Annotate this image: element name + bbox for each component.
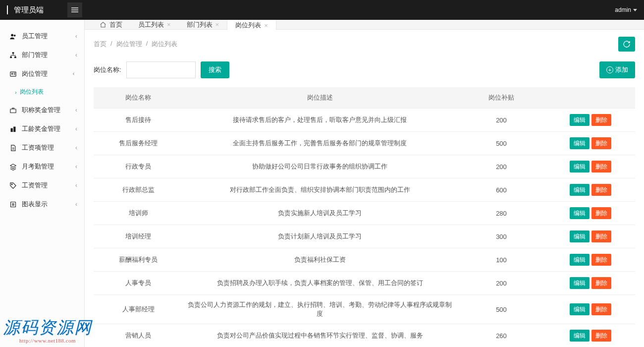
cell-sub: 500	[457, 132, 546, 155]
sidebar-item-6[interactable]: 月考勤管理‹	[0, 157, 84, 176]
table-row: 售后服务经理全面主持售后服务工作，完善售后服务各部门的规章管理制度500编辑删除	[94, 132, 635, 155]
edit-button[interactable]: 编辑	[570, 330, 590, 342]
cell-sub: 200	[457, 155, 546, 178]
sidebar-item-1[interactable]: 部门管理‹	[0, 46, 84, 64]
breadcrumb: 首页/岗位管理/岗位列表	[94, 40, 177, 49]
cell-name: 薪酬福利专员	[94, 248, 183, 272]
refresh-button[interactable]	[618, 37, 635, 52]
svg-point-10	[11, 184, 12, 185]
cell-actions: 编辑删除	[546, 132, 635, 155]
table-row: 培训经理负责计划新人培训及员工学习300编辑删除	[94, 225, 635, 248]
sidebar-item-7[interactable]: 工资管理‹	[0, 176, 84, 195]
cell-actions: 编辑删除	[546, 225, 635, 248]
svg-point-1	[13, 34, 15, 36]
svg-rect-7	[10, 109, 15, 113]
close-icon[interactable]: ×	[215, 21, 219, 28]
cell-actions: 编辑删除	[546, 295, 635, 324]
search-label: 岗位名称:	[94, 65, 121, 74]
table-row: 售后接待接待请求售后的客户，处理售后，听取客户意见并向上级汇报200编辑删除	[94, 109, 635, 132]
cell-desc: 负责招聘及办理入职手续，负责人事档案的管理、保管、用工合同的签订	[183, 272, 457, 295]
delete-button[interactable]: 删除	[591, 330, 611, 342]
edit-button[interactable]: 编辑	[570, 161, 590, 173]
sidebar-item-4[interactable]: 工龄奖金管理‹	[0, 119, 84, 138]
delete-button[interactable]: 删除	[591, 303, 611, 315]
delete-button[interactable]: 删除	[591, 207, 611, 219]
table-row: 行政专员协助做好公司公司日常行政事务的组织协调工作200编辑删除	[94, 155, 635, 178]
brand-bar	[7, 5, 8, 14]
close-icon[interactable]: ×	[264, 22, 268, 29]
breadcrumb-part[interactable]: 岗位管理	[116, 40, 142, 49]
cell-desc: 全面主持售后服务工作，完善售后服务各部门的规章管理制度	[183, 132, 457, 155]
sidebar-item-label: 工龄奖金管理	[22, 124, 60, 133]
table-row: 人事部经理负责公司人力资源工作的规划，建立、执行招聘、培训、考勤、劳动纪律等人事…	[94, 295, 635, 324]
edit-button[interactable]: 编辑	[570, 207, 590, 219]
tab-2[interactable]: 部门列表×	[179, 20, 227, 29]
edit-button[interactable]: 编辑	[570, 231, 590, 242]
delete-button[interactable]: 删除	[591, 231, 611, 242]
cell-actions: 编辑删除	[546, 248, 635, 272]
toggle-sidebar-button[interactable]	[67, 2, 82, 17]
delete-button[interactable]: 删除	[591, 161, 611, 173]
caret-down-icon	[633, 9, 637, 11]
sidebar-item-label: 部门管理	[22, 51, 48, 59]
tab-label: 岗位列表	[235, 21, 261, 30]
cell-name: 售后服务经理	[94, 132, 183, 155]
svg-point-6	[11, 73, 13, 74]
edit-button[interactable]: 编辑	[570, 303, 590, 315]
arrow-icon: ›	[15, 89, 17, 95]
table-header: 岗位补贴	[457, 87, 546, 109]
cell-sub: 600	[457, 178, 546, 202]
tab-0[interactable]: 首页	[92, 20, 130, 29]
sidebar-subitem[interactable]: ›岗位列表	[0, 83, 84, 101]
delete-button[interactable]: 删除	[591, 137, 611, 149]
search-input[interactable]	[126, 61, 196, 78]
sidebar-item-label: 职称奖金管理	[22, 106, 60, 115]
main-area: 首页员工列表×部门列表×岗位列表× 首页/岗位管理/岗位列表 岗位名称: 搜索 …	[85, 20, 644, 347]
edit-button[interactable]: 编辑	[570, 114, 590, 126]
hamburger-icon	[71, 6, 78, 13]
table-row: 培训师负责实施新人培训及员工学习280编辑删除	[94, 202, 635, 225]
layers-icon	[9, 163, 17, 171]
cell-sub: 200	[457, 272, 546, 295]
sitemap-icon	[9, 52, 17, 59]
sidebar-item-label: 岗位管理	[22, 69, 48, 78]
sidebar-item-5[interactable]: 工资项管理‹	[0, 138, 84, 157]
edit-button[interactable]: 编辑	[570, 277, 590, 289]
cell-actions: 编辑删除	[546, 202, 635, 225]
sidebar-item-label: 工资管理	[22, 181, 48, 190]
sidebar: 员工管理‹部门管理‹岗位管理⌄›岗位列表职称奖金管理‹工龄奖金管理‹工资项管理‹…	[0, 20, 85, 347]
user-menu[interactable]: admin	[615, 6, 637, 13]
sidebar-item-2[interactable]: 岗位管理⌄	[0, 64, 84, 83]
add-button[interactable]: + 添加	[599, 61, 635, 78]
delete-button[interactable]: 删除	[591, 114, 611, 126]
sidebar-item-0[interactable]: 员工管理‹	[0, 27, 84, 46]
tab-3[interactable]: 岗位列表×	[227, 20, 276, 30]
chevron-icon: ‹	[75, 33, 77, 40]
delete-button[interactable]: 删除	[591, 184, 611, 196]
search-button[interactable]: 搜索	[201, 61, 229, 78]
tabs-bar: 首页员工列表×部门列表×岗位列表×	[85, 20, 644, 30]
delete-button[interactable]: 删除	[591, 277, 611, 289]
file-icon	[9, 144, 17, 152]
tab-1[interactable]: 员工列表×	[130, 20, 179, 29]
cell-name: 售后接待	[94, 109, 183, 132]
watermark-url: http://www.net188.com	[3, 338, 92, 344]
edit-button[interactable]: 编辑	[570, 137, 590, 149]
edit-button[interactable]: 编辑	[570, 184, 590, 196]
edit-button[interactable]: 编辑	[570, 254, 590, 266]
sidebar-item-3[interactable]: 职称奖金管理‹	[0, 101, 84, 119]
chevron-icon: ‹	[75, 107, 77, 114]
topbar: 管理员端 admin	[0, 0, 644, 20]
sidebar-item-8[interactable]: 图表显示‹	[0, 195, 84, 214]
breadcrumb-part: 岗位列表	[152, 40, 177, 49]
chevron-icon: ‹	[75, 125, 77, 132]
cell-desc: 负责实施新人培训及员工学习	[183, 202, 457, 225]
breadcrumb-part[interactable]: 首页	[94, 40, 107, 49]
building-icon	[9, 125, 17, 133]
svg-point-0	[11, 34, 13, 36]
close-icon[interactable]: ×	[167, 21, 171, 28]
cell-name: 人事部经理	[94, 295, 183, 324]
delete-button[interactable]: 删除	[591, 254, 611, 266]
home-icon	[100, 21, 107, 28]
breadcrumb-sep: /	[110, 40, 112, 49]
